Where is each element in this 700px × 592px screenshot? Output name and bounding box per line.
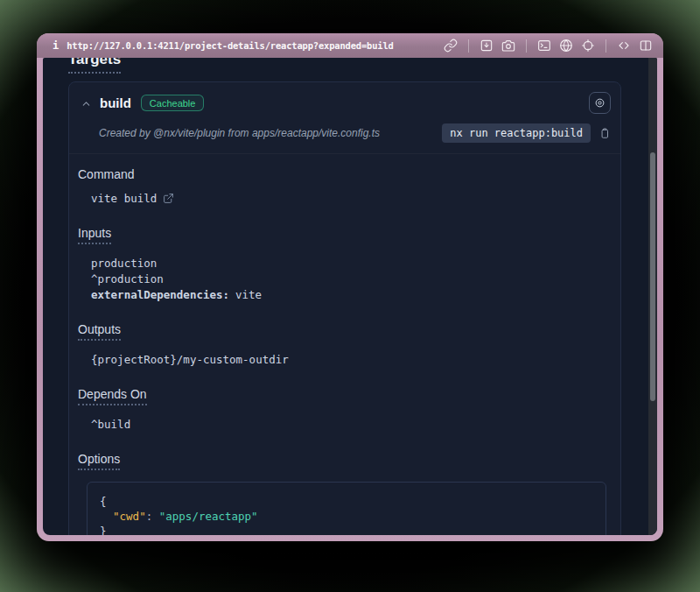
chevron-up-icon [80, 97, 92, 109]
page-title: Targets [68, 58, 121, 74]
depends-on-heading: Depends On [78, 387, 147, 405]
options-heading: Options [78, 452, 120, 470]
target-build-panel: build Cacheable Created by @nx/vite/plug… [68, 81, 621, 535]
titlebar-actions [444, 39, 653, 53]
link-icon[interactable] [444, 39, 458, 53]
preview-window: i http://127.0.0.1:4211/project-details/… [37, 33, 663, 541]
info-icon: i [52, 39, 59, 52]
outputs-heading: Outputs [78, 322, 121, 341]
scrollbar-track[interactable] [648, 58, 657, 535]
external-link-icon[interactable] [163, 193, 174, 204]
input-item: production [91, 256, 606, 271]
globe-icon[interactable] [559, 39, 573, 53]
outputs-section: Outputs {projectRoot}/my-custom-outdir [78, 322, 606, 368]
created-by-row: Created by @nx/vite/plugin from apps/rea… [69, 122, 620, 154]
sidebar-icon[interactable] [639, 39, 653, 53]
page-content: Targets build Cacheable C [43, 58, 657, 535]
depends-on-item: ^build [91, 417, 606, 433]
titlebar-divider [606, 39, 606, 53]
inputs-heading: Inputs [78, 226, 111, 244]
titlebar: i http://127.0.0.1:4211/project-details/… [37, 33, 663, 58]
created-by-text: Created by @nx/vite/plugin from apps/rea… [99, 127, 380, 139]
input-item: externalDependencies:vite [91, 287, 606, 303]
url-bar[interactable]: http://127.0.0.1:4211/project-details/re… [66, 40, 393, 51]
output-item: {projectRoot}/my-custom-outdir [91, 352, 606, 368]
titlebar-divider [526, 39, 527, 53]
input-item: ^production [91, 271, 606, 287]
run-command-chip: nx run reactapp:build [442, 123, 591, 143]
titlebar-divider [468, 39, 469, 53]
code-line: } [100, 524, 593, 535]
terminal-icon[interactable] [537, 39, 551, 53]
code-line: { [100, 494, 593, 509]
code-line: "cwd": "apps/reactapp" [100, 509, 593, 524]
scroll-area: Targets build Cacheable C [43, 58, 657, 535]
copy-icon[interactable] [598, 127, 611, 139]
crosshair-icon[interactable] [581, 39, 595, 53]
code-icon[interactable] [617, 39, 631, 53]
command-section: Command vite build [78, 167, 606, 207]
target-name: build [100, 95, 131, 110]
target-build-header[interactable]: build Cacheable [69, 82, 620, 122]
download-icon[interactable] [480, 39, 494, 53]
command-value: vite build [91, 191, 606, 207]
cacheable-badge: Cacheable [141, 95, 205, 111]
camera-icon[interactable] [501, 39, 515, 53]
eye-icon [593, 96, 606, 109]
target-details: Command vite build Inputs production ^pr… [69, 154, 620, 535]
scrollbar-thumb[interactable] [650, 152, 655, 401]
options-section: Options { "cwd": "apps/reactapp" } [78, 452, 606, 535]
view-target-button[interactable] [589, 92, 611, 114]
depends-on-section: Depends On ^build [78, 387, 606, 433]
command-heading: Command [78, 167, 135, 181]
options-code-block: { "cwd": "apps/reactapp" } [87, 482, 606, 535]
inputs-section: Inputs production ^production externalDe… [78, 226, 606, 303]
